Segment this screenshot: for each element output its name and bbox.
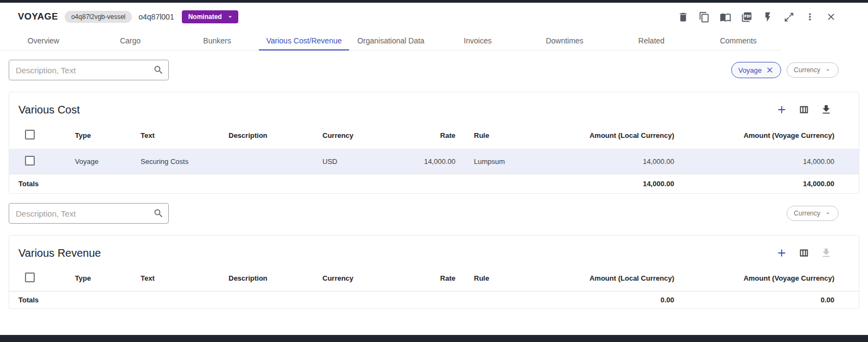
- col-description: Description: [229, 131, 322, 140]
- row-checkbox[interactable]: [25, 156, 35, 166]
- revenue-currency-chip-label: Currency: [794, 210, 820, 217]
- various-revenue-card: Various Revenue Type Text Description Cu…: [9, 235, 859, 309]
- cost-table-header: Type Text Description Currency Rate Rule…: [9, 122, 859, 149]
- column-settings-icon[interactable]: [797, 246, 810, 259]
- tab-organisational-data[interactable]: Organisational Data: [347, 31, 434, 50]
- header-checkbox-cell: [9, 273, 75, 284]
- various-revenue-header: Various Revenue: [9, 236, 859, 265]
- search-icon[interactable]: [153, 208, 164, 219]
- tab-label: Downtimes: [546, 36, 583, 45]
- tab-downtimes[interactable]: Downtimes: [521, 31, 608, 50]
- col-currency: Currency: [322, 131, 389, 140]
- tab-label: Cargo: [120, 36, 141, 45]
- copy-icon[interactable]: [698, 10, 711, 23]
- col-type: Type: [75, 131, 141, 140]
- cost-totals-row: Totals 14,000.00 14,000.00: [9, 174, 859, 193]
- cell-currency: USD: [322, 157, 389, 166]
- col-rate: Rate: [389, 131, 455, 140]
- tab-related[interactable]: Related: [608, 31, 695, 50]
- col-text: Text: [141, 131, 229, 140]
- more-options-icon[interactable]: [803, 10, 816, 23]
- tab-label: Overview: [28, 36, 59, 45]
- pdf-export-icon[interactable]: [740, 10, 753, 23]
- cost-filter-row: Voyage Currency: [0, 60, 868, 80]
- select-all-checkbox[interactable]: [25, 130, 35, 140]
- add-revenue-icon[interactable]: [775, 246, 788, 259]
- voyage-filter-chip-label: Voyage: [738, 66, 762, 74]
- cell-rule: Lumpsum: [455, 157, 564, 166]
- cost-search-input[interactable]: [16, 66, 153, 75]
- status-badge-label: Nominated: [188, 13, 222, 21]
- col-amount-local: Amount (Local Currency): [564, 274, 674, 282]
- totals-amount-voyage: 14,000.00: [674, 180, 859, 188]
- cell-text: Securing Costs: [141, 157, 229, 166]
- col-rule: Rule: [455, 131, 564, 140]
- cell-rate: 14,000.00: [389, 157, 455, 166]
- cell-amount-voyage: 14,000.00: [674, 157, 859, 166]
- remove-filter-icon[interactable]: [765, 66, 774, 74]
- chevron-down-icon: [226, 13, 234, 21]
- log-book-icon[interactable]: [719, 10, 732, 23]
- various-cost-actions: [775, 103, 833, 116]
- add-cost-icon[interactable]: [775, 103, 788, 116]
- cost-table-row[interactable]: Voyage Securing Costs USD 14,000.00 Lump…: [9, 149, 859, 174]
- tab-label: Organisational Data: [357, 36, 425, 45]
- download-icon[interactable]: [820, 103, 833, 116]
- various-cost-card: Various Cost Type Text Description Curre…: [9, 92, 859, 194]
- flash-actions-icon[interactable]: [761, 10, 774, 23]
- revenue-currency-chip[interactable]: Currency: [787, 206, 839, 221]
- col-type: Type: [75, 274, 141, 282]
- close-icon[interactable]: [825, 10, 838, 23]
- cost-currency-chip-label: Currency: [794, 66, 820, 74]
- search-icon[interactable]: [153, 65, 164, 75]
- revenue-search-input[interactable]: [16, 209, 153, 218]
- revenue-totals-row: Totals 0.00 0.00: [9, 291, 859, 308]
- chevron-down-icon: [824, 210, 832, 217]
- tab-bar: Overview Cargo Bunkers Various Cost/Reve…: [0, 31, 782, 50]
- window-header: VOYAGE o4q87l2vgb-vessel o4q87l001 Nomin…: [0, 3, 868, 31]
- status-badge-dropdown[interactable]: Nominated: [182, 10, 238, 23]
- various-cost-title: Various Cost: [18, 104, 80, 116]
- tab-bunkers[interactable]: Bunkers: [174, 31, 261, 50]
- header-checkbox-cell: [9, 130, 75, 141]
- various-cost-header: Various Cost: [9, 92, 859, 122]
- totals-label: Totals: [9, 296, 564, 304]
- cell-type: Voyage: [75, 157, 141, 166]
- revenue-filter-row: Currency: [0, 203, 868, 224]
- revenue-search-box: [9, 203, 169, 224]
- tab-overview[interactable]: Overview: [0, 31, 87, 50]
- revenue-table-header: Type Text Description Currency Rate Rule…: [9, 265, 859, 291]
- select-all-checkbox[interactable]: [25, 273, 35, 282]
- tab-label: Bunkers: [203, 36, 231, 45]
- tab-cargo[interactable]: Cargo: [87, 31, 174, 50]
- cost-currency-chip[interactable]: Currency: [787, 62, 839, 78]
- page-title: VOYAGE: [18, 11, 58, 22]
- tab-label: Comments: [720, 36, 757, 45]
- totals-amount-local: 14,000.00: [564, 180, 674, 188]
- col-text: Text: [141, 274, 229, 282]
- header-actions: [676, 10, 838, 23]
- various-revenue-title: Various Revenue: [18, 247, 101, 259]
- col-rule: Rule: [455, 274, 564, 282]
- totals-amount-local: 0.00: [564, 296, 674, 304]
- totals-amount-voyage: 0.00: [674, 296, 859, 304]
- delete-icon[interactable]: [676, 10, 689, 23]
- voyage-window: VOYAGE o4q87l2vgb-vessel o4q87l001 Nomin…: [0, 0, 868, 342]
- various-revenue-actions: [775, 246, 833, 259]
- col-description: Description: [229, 274, 322, 282]
- col-rate: Rate: [389, 274, 455, 282]
- tab-comments[interactable]: Comments: [695, 31, 782, 50]
- tab-label: Invoices: [464, 36, 491, 45]
- download-icon: [820, 246, 833, 259]
- expand-fullscreen-icon[interactable]: [782, 10, 795, 23]
- col-amount-voyage: Amount (Voyage Currency): [674, 274, 859, 282]
- row-checkbox-cell: [9, 156, 75, 167]
- voyage-id: o4q87l001: [138, 12, 174, 21]
- chevron-down-icon: [824, 66, 832, 74]
- col-amount-local: Amount (Local Currency): [564, 131, 674, 140]
- vessel-chip: o4q87l2vgb-vessel: [65, 11, 132, 23]
- tab-invoices[interactable]: Invoices: [434, 31, 521, 50]
- tab-various-cost-revenue[interactable]: Various Cost/Revenue: [261, 31, 347, 50]
- voyage-filter-chip[interactable]: Voyage: [731, 62, 781, 78]
- column-settings-icon[interactable]: [797, 103, 810, 116]
